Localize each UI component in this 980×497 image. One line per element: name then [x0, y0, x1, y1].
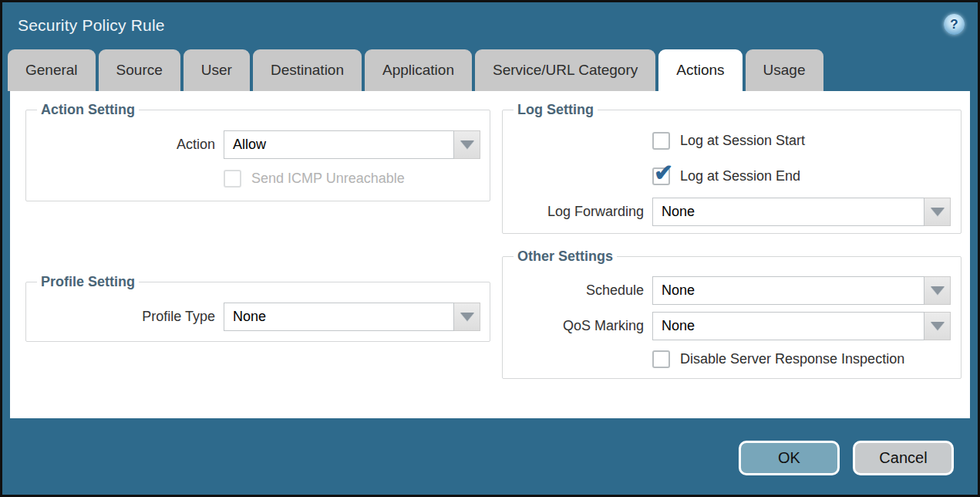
send-icmp-unreachable-label: Send ICMP Unreachable [251, 171, 405, 187]
other-settings-group: Other Settings Schedule None QoS Marking… [502, 248, 961, 379]
tab-actions[interactable]: Actions [658, 49, 742, 91]
log-forwarding-dropdown[interactable]: None [652, 198, 951, 226]
profile-type-label: Profile Type [35, 309, 224, 325]
schedule-dropdown-button [924, 276, 951, 305]
log-setting-legend: Log Setting [514, 102, 598, 118]
qos-marking-dropdown[interactable]: None [652, 312, 951, 340]
ok-button[interactable]: OK [739, 441, 840, 475]
help-icon[interactable]: ? [944, 14, 965, 35]
log-forwarding-label: Log Forwarding [512, 204, 652, 220]
log-at-session-start-label: Log at Session Start [680, 133, 805, 149]
schedule-label: Schedule [512, 282, 652, 299]
security-policy-rule-dialog: Security Policy Rule ? General Source Us… [0, 0, 980, 497]
profile-type-dropdown[interactable]: None [224, 303, 480, 331]
action-setting-group: Action Setting Action Allow Send ICMP Un… [25, 102, 490, 201]
send-icmp-unreachable-checkbox [224, 170, 241, 188]
tab-user[interactable]: User [184, 49, 250, 91]
other-settings-legend: Other Settings [514, 248, 617, 265]
profile-setting-group: Profile Setting Profile Type None [25, 274, 490, 342]
log-at-session-end-checkbox[interactable] [652, 167, 670, 185]
tab-application[interactable]: Application [365, 49, 472, 91]
qos-marking-label: QoS Marking [512, 318, 652, 334]
disable-server-response-inspection-label: Disable Server Response Inspection [680, 351, 904, 367]
profile-setting-legend: Profile Setting [37, 274, 139, 290]
chevron-down-icon [931, 322, 945, 330]
disable-server-response-inspection-checkbox[interactable] [652, 350, 670, 368]
tab-usage[interactable]: Usage [746, 49, 823, 91]
chevron-down-icon [931, 286, 945, 295]
dialog-title: Security Policy Rule [18, 16, 165, 35]
action-dropdown[interactable]: Allow [224, 130, 480, 159]
chevron-down-icon [460, 140, 474, 149]
tab-destination[interactable]: Destination [253, 49, 362, 91]
action-dropdown-value: Allow [224, 130, 454, 159]
schedule-dropdown-value: None [652, 276, 924, 305]
tab-service-url-category[interactable]: Service/URL Category [475, 49, 655, 91]
log-forwarding-dropdown-value: None [652, 198, 924, 226]
chevron-down-icon [931, 208, 945, 216]
tab-bar: General Source User Destination Applicat… [2, 48, 978, 91]
tab-source[interactable]: Source [99, 49, 180, 91]
dialog-footer: OK Cancel [2, 418, 978, 495]
qos-marking-dropdown-value: None [652, 312, 924, 340]
qos-marking-dropdown-button [924, 312, 951, 340]
log-at-session-end-label: Log at Session End [680, 168, 800, 184]
log-at-session-start-checkbox[interactable] [652, 132, 670, 150]
profile-type-dropdown-value: None [224, 303, 454, 331]
chevron-down-icon [460, 313, 474, 321]
tab-content-actions: Action Setting Action Allow Send ICMP Un… [10, 91, 970, 418]
action-label: Action [35, 137, 224, 153]
log-setting-group: Log Setting Log at Session Start Log at … [502, 102, 961, 234]
action-dropdown-button [454, 130, 480, 159]
title-bar: Security Policy Rule ? [2, 2, 978, 48]
left-column: Action Setting Action Allow Send ICMP Un… [25, 91, 490, 418]
tab-general[interactable]: General [8, 49, 96, 91]
log-forwarding-dropdown-button [924, 198, 951, 226]
schedule-dropdown[interactable]: None [652, 276, 951, 305]
action-setting-legend: Action Setting [37, 102, 139, 118]
help-icon-glyph: ? [950, 17, 958, 32]
cancel-button[interactable]: Cancel [853, 441, 954, 475]
profile-type-dropdown-button [454, 303, 480, 331]
right-column: Log Setting Log at Session Start Log at … [502, 91, 961, 418]
